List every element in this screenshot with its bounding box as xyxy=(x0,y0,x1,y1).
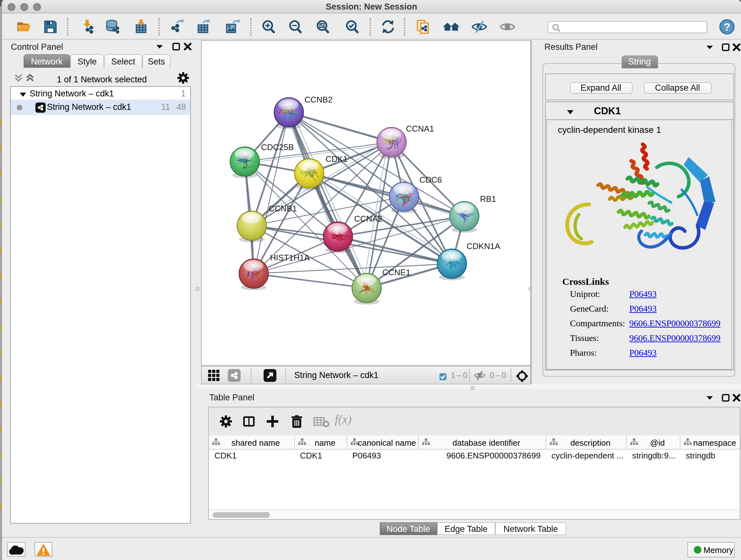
svg-text:CCNB2: CCNB2 xyxy=(305,95,333,105)
svg-text:CCNA2: CCNA2 xyxy=(354,214,382,224)
svg-text:?: ? xyxy=(724,21,731,33)
svg-text:CCNA1: CCNA1 xyxy=(406,124,434,133)
svg-text:CCNB1: CCNB1 xyxy=(269,204,297,213)
svg-text:HIST1H1A: HIST1H1A xyxy=(270,253,310,262)
svg-text:CDK1: CDK1 xyxy=(326,154,347,164)
svg-text:CDC6: CDC6 xyxy=(419,175,442,185)
svg-text:CDC25B: CDC25B xyxy=(261,142,294,152)
svg-text:RB1: RB1 xyxy=(480,194,496,204)
svg-text:CDKN1A: CDKN1A xyxy=(467,241,500,251)
svg-text:CCNE1: CCNE1 xyxy=(382,267,410,277)
